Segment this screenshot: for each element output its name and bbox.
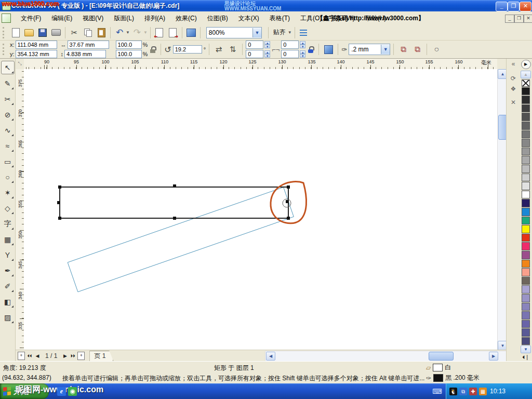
color-swatch[interactable]: [522, 234, 530, 242]
object-height-field[interactable]: 4.838 mm: [64, 50, 106, 58]
security-tray-icon[interactable]: ✚: [469, 388, 477, 395]
item-smart-drawing-tool[interactable]: ≈: [2, 140, 14, 152]
item-blend-tool[interactable]: Y: [2, 249, 14, 261]
toolbar-grip[interactable]: [3, 27, 7, 38]
corner-tr-spinner[interactable]: ▲▼: [300, 41, 305, 48]
color-swatch[interactable]: [522, 311, 530, 320]
color-swatch[interactable]: [522, 251, 530, 259]
zoom-level-combo[interactable]: 800% ▼: [206, 27, 262, 38]
next-page-button[interactable]: ▶: [62, 353, 68, 358]
selected-rectangle[interactable]: [60, 187, 288, 218]
color-swatch[interactable]: [522, 182, 530, 190]
minimize-button[interactable]: _: [496, 2, 508, 11]
toolbar-grip[interactable]: [3, 44, 7, 55]
horizontal-ruler[interactable]: 9095100105110115120125130135140145150155…: [24, 59, 497, 70]
export-button[interactable]: [167, 26, 179, 39]
vertical-ruler[interactable]: 375370365360355350345340335: [16, 69, 24, 350]
no-color-swatch[interactable]: [522, 79, 530, 87]
new-document-button[interactable]: [9, 26, 22, 39]
color-swatch[interactable]: [522, 87, 530, 96]
item-polygon-tool[interactable]: ✶: [2, 187, 14, 199]
quick-launch-media-icon[interactable]: ◉: [68, 387, 77, 396]
combo-arrow-icon[interactable]: ▼: [381, 45, 390, 54]
outline-width-combo[interactable]: .2 mm ▼: [349, 44, 390, 55]
palette-expand-button[interactable]: ⏴❘: [522, 354, 529, 361]
color-swatch[interactable]: [522, 156, 530, 164]
color-swatch[interactable]: [522, 96, 530, 104]
symmetry-button-1[interactable]: ⧉: [397, 43, 409, 56]
fill-color-indicator[interactable]: ▱ 白: [426, 363, 451, 372]
menu-item[interactable]: 文件(F): [16, 11, 46, 25]
corner-bl-spinner[interactable]: ▲▼: [264, 50, 270, 58]
color-swatch[interactable]: [522, 268, 530, 276]
color-swatch[interactable]: [522, 122, 530, 130]
item-basic-shapes-tool[interactable]: ◇: [2, 202, 14, 215]
color-swatch[interactable]: [522, 165, 530, 173]
scroll-left-button[interactable]: ◀: [266, 352, 275, 361]
color-swatch[interactable]: [522, 225, 530, 233]
add-page-icon[interactable]: +: [18, 352, 25, 360]
apply-duplicate-icon[interactable]: ❖: [507, 84, 520, 94]
snap-dropdown[interactable]: ▼: [288, 30, 292, 35]
print-button[interactable]: [50, 26, 62, 39]
application-launcher-button[interactable]: [185, 26, 197, 39]
rotation-angle-field[interactable]: 19.2: [173, 45, 202, 54]
rotate-transform-icon[interactable]: ⟳: [507, 73, 520, 84]
horizontal-scrollbar[interactable]: ◀ ▶: [265, 351, 507, 362]
item-ellipse-tool[interactable]: ○: [2, 171, 14, 183]
outline-color-indicator[interactable]: ✑ 黑 .200 毫米: [426, 374, 480, 382]
mirror-horizontal-button[interactable]: ⇄: [212, 43, 225, 56]
doc-minimize-button[interactable]: _: [505, 15, 514, 23]
color-swatch[interactable]: [522, 328, 530, 337]
redo-dropdown[interactable]: ▼: [143, 30, 148, 35]
corner-br-spinner[interactable]: ▲▼: [300, 50, 305, 58]
color-swatch[interactable]: [522, 260, 530, 268]
item-crop-tool[interactable]: ✂: [2, 93, 14, 105]
undo-dropdown[interactable]: ▼: [126, 30, 130, 35]
item-table-tool[interactable]: ▦: [2, 233, 14, 246]
color-swatch[interactable]: [522, 139, 530, 147]
menu-item[interactable]: 版面(L): [109, 11, 139, 25]
color-swatch[interactable]: [522, 337, 530, 345]
item-freehand-tool[interactable]: ∿: [2, 124, 14, 137]
mirror-vertical-button[interactable]: ⇅: [227, 43, 239, 56]
convert-to-curves-button[interactable]: ○: [430, 43, 443, 56]
page-tab[interactable]: 页 1: [89, 351, 113, 361]
item-outline-pen-tool[interactable]: ✐: [2, 280, 14, 292]
undo-button[interactable]: ↶: [113, 26, 126, 39]
item-interactive-fill-tool[interactable]: ▨: [2, 311, 14, 324]
doc-close-button[interactable]: ✕: [524, 15, 532, 23]
menu-item[interactable]: 表格(T): [264, 11, 295, 25]
color-swatch[interactable]: [522, 277, 530, 285]
save-button[interactable]: [36, 26, 49, 39]
color-swatch[interactable]: [522, 303, 530, 311]
network-tray-icon[interactable]: ⧉: [459, 388, 467, 395]
first-page-button[interactable]: ⏴⏴: [26, 353, 33, 359]
corner-radius-tl-field[interactable]: 0: [246, 41, 263, 49]
menu-item[interactable]: 编辑(E): [46, 11, 77, 25]
maximize-button[interactable]: ❐: [508, 2, 520, 11]
color-swatch[interactable]: [522, 242, 530, 250]
color-swatch[interactable]: [522, 320, 530, 328]
symmetry-button-2[interactable]: ⧉: [411, 43, 423, 56]
color-swatch[interactable]: [522, 191, 530, 199]
options-button[interactable]: [298, 26, 310, 39]
corner-radius-br-field[interactable]: 0: [281, 50, 299, 58]
color-swatch[interactable]: [522, 208, 530, 216]
palette-scroll-up[interactable]: ▲: [521, 71, 531, 78]
item-eyedropper-tool[interactable]: ✒: [2, 264, 14, 277]
open-button[interactable]: [23, 26, 35, 39]
x-position-field[interactable]: 111.048 mm: [16, 41, 57, 49]
keyboard-layout-icon[interactable]: ⌨: [432, 388, 442, 395]
color-swatch[interactable]: [522, 104, 530, 113]
scale-x-field[interactable]: 100.0: [116, 41, 142, 49]
collapse-docker-icon[interactable]: «: [507, 59, 520, 69]
menu-item[interactable]: 文本(X): [233, 11, 264, 25]
palette-scroll-down[interactable]: ▼: [521, 345, 531, 353]
color-swatch[interactable]: [522, 285, 530, 294]
color-swatch[interactable]: [522, 217, 530, 225]
selection-handles[interactable]: [57, 184, 290, 220]
wrap-text-button[interactable]: [322, 43, 335, 56]
menu-item[interactable]: 效果(C): [170, 11, 202, 25]
color-swatch[interactable]: [522, 130, 530, 139]
